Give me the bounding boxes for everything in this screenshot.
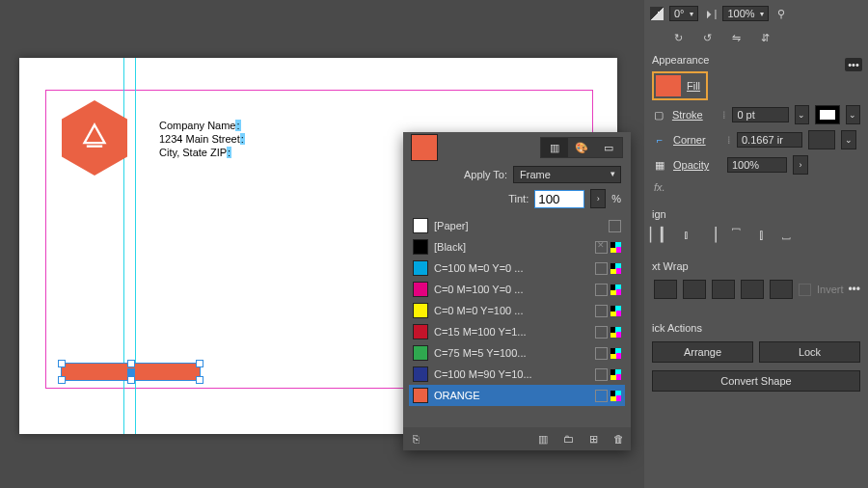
new-swatch-icon[interactable]: ⊞ (586, 432, 600, 446)
corner-radius-field[interactable]: 0.1667 ir (737, 132, 802, 148)
swatch-item[interactable]: C=100 M=0 Y=0 ... (409, 258, 625, 279)
swatch-chip (413, 366, 428, 382)
stroke-label[interactable]: Stroke (672, 109, 718, 121)
swatch-item[interactable]: C=0 M=0 Y=100 ... (409, 300, 625, 321)
swatch-item[interactable]: C=0 M=100 Y=0 ... (409, 279, 625, 300)
corner-label[interactable]: Corner (673, 134, 721, 146)
swatch-list[interactable]: [Paper][Black]C=100 M=0 Y=0 ...C=0 M=100… (409, 215, 625, 408)
flip-divider-icon: ⏵| (704, 8, 718, 19)
resize-handle[interactable] (127, 376, 135, 384)
cmyk-icon (610, 242, 621, 253)
opacity-icon: ▦ (652, 159, 667, 172)
swatch-lock-icon (595, 305, 608, 317)
swatch-name: C=15 M=100 Y=1... (434, 326, 589, 338)
apply-to-label: Apply To: (464, 169, 507, 180)
company-text-frame[interactable]: Company Name: 1234 Main Street: City, St… (159, 119, 245, 159)
convert-shape-button[interactable]: Convert Shape (652, 370, 860, 392)
resize-handle[interactable] (127, 360, 135, 367)
delete-swatch-icon[interactable]: 🗑 (611, 432, 625, 446)
scale-field[interactable]: 100% (722, 6, 768, 21)
wrap-jump-next-button[interactable] (770, 280, 793, 299)
align-left-icon[interactable]: ▏▎ (654, 228, 667, 241)
swatch-chip (413, 345, 428, 361)
swatch-meta (595, 284, 621, 296)
color-picker-tab[interactable]: 🎨 (568, 138, 595, 157)
swatch-panel-footer: ⎘ ▥ 🗀 ⊞ 🗑 (403, 427, 631, 450)
selected-rectangle[interactable] (62, 364, 200, 380)
textwrap-menu-icon[interactable]: ••• (848, 283, 860, 296)
swatch-name: ORANGE (434, 390, 589, 401)
swatch-meta (595, 368, 621, 381)
resize-handle[interactable] (58, 376, 66, 384)
corner-shape-chevron[interactable]: ⌄ (841, 130, 856, 149)
swatch-name: C=0 M=0 Y=100 ... (434, 305, 589, 316)
lock-button[interactable]: Lock (759, 341, 860, 363)
swatch-item[interactable]: C=100 M=90 Y=10... (409, 364, 625, 385)
swatch-chip (413, 324, 428, 339)
new-group-icon[interactable]: 🗀 (561, 432, 575, 446)
fx-label[interactable]: fx. (654, 181, 665, 193)
opacity-label[interactable]: Opacity (673, 159, 721, 171)
swatch-item[interactable]: [Paper] (409, 215, 625, 236)
wrap-shape-button[interactable] (712, 280, 735, 299)
center-handle[interactable] (127, 368, 135, 376)
palette-icon: 🎨 (575, 142, 588, 154)
shear-angle-field[interactable]: 0° (669, 6, 698, 21)
wrap-bounding-button[interactable] (683, 280, 706, 299)
corner-shape-swatch[interactable] (808, 130, 835, 149)
swatches-view-tab[interactable]: ▥ (541, 138, 568, 157)
swatch-name: C=0 M=100 Y=0 ... (434, 284, 589, 295)
align-top-icon[interactable]: ⎴ (729, 228, 743, 241)
swatch-chip (413, 239, 428, 255)
stepper-icon[interactable]: ⁞ (727, 134, 731, 147)
swatches-panel[interactable]: ▥ 🎨 ▭ Apply To: Frame Tint: › % [Paper][… (403, 132, 631, 450)
align-center-v-icon[interactable]: ⫿ (754, 228, 768, 241)
cmyk-icon (610, 369, 621, 380)
flip-vertical-icon[interactable]: ⇵ (758, 31, 772, 44)
gradient-tab[interactable]: ▭ (595, 138, 622, 157)
arrange-button[interactable]: Arrange (652, 341, 753, 363)
properties-panel: 0° ⏵| 100% ⚲ ↻ ↺ ⇋ ⇵ ••• Appearance Fill… (644, 0, 868, 488)
resize-handle[interactable] (196, 376, 203, 384)
panel-menu-icon[interactable]: ••• (845, 58, 862, 71)
fill-swatch[interactable] (656, 75, 681, 96)
swatch-meta (595, 241, 621, 254)
stepper-icon[interactable]: ⁞ (722, 109, 726, 122)
swatch-lock-icon (595, 241, 608, 254)
align-bottom-icon[interactable]: ⎵ (779, 228, 793, 241)
fill-property-highlighted[interactable]: Fill (652, 71, 708, 100)
swatch-chip (413, 260, 428, 276)
appearance-section-title: Appearance (644, 48, 868, 69)
resize-handle[interactable] (58, 360, 66, 367)
opacity-field[interactable]: 100% (727, 157, 787, 173)
link-icon[interactable]: ⚲ (774, 7, 788, 20)
align-center-h-icon[interactable]: ⫾ (679, 228, 692, 241)
stroke-weight-chevron[interactable]: ⌄ (795, 105, 809, 124)
swatch-item[interactable]: C=75 M=5 Y=100... (409, 342, 625, 364)
apply-to-select[interactable]: Frame (513, 166, 621, 183)
swatch-item[interactable]: [Black] (409, 236, 625, 258)
swatch-item[interactable]: C=15 M=100 Y=1... (409, 321, 625, 342)
current-fill-swatch[interactable] (411, 134, 438, 161)
tint-stepper[interactable]: › (590, 189, 606, 208)
opacity-chevron[interactable]: › (793, 155, 808, 175)
stroke-weight-field[interactable]: 0 pt (732, 107, 788, 122)
wrap-jump-button[interactable] (741, 280, 764, 299)
rotate-cw-icon[interactable]: ↻ (671, 31, 685, 44)
flip-horizontal-icon[interactable]: ⇋ (729, 31, 743, 44)
swatch-item[interactable]: ORANGE (409, 385, 625, 406)
align-right-icon[interactable]: ▕ (704, 228, 718, 241)
swatch-options-icon[interactable]: ▥ (536, 432, 550, 446)
stroke-style-chevron[interactable]: ⌄ (846, 105, 860, 124)
address-line2: City, State ZIP (159, 147, 227, 158)
wrap-none-button[interactable] (654, 280, 677, 299)
quickactions-section-title: ick Actions (644, 316, 868, 338)
tint-input[interactable] (534, 190, 584, 208)
stroke-style-swatch[interactable] (815, 105, 840, 124)
invert-checkbox[interactable] (799, 284, 811, 296)
rotate-ccw-icon[interactable]: ↺ (700, 31, 714, 44)
add-to-library-icon[interactable]: ⎘ (409, 432, 422, 446)
align-section-title: ign (644, 203, 868, 224)
cmyk-icon (610, 327, 621, 338)
resize-handle[interactable] (196, 360, 203, 367)
